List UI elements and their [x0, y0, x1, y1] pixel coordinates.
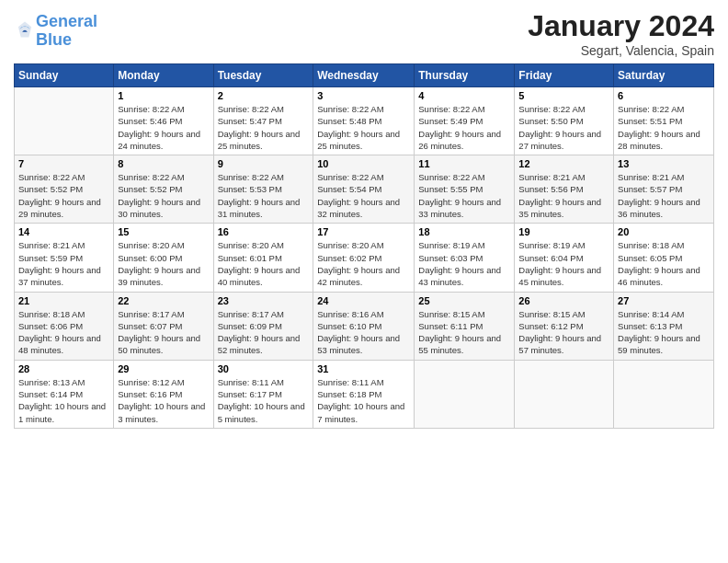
day-detail: Sunrise: 8:20 AMSunset: 6:01 PMDaylight:…	[218, 239, 310, 288]
day-number: 22	[118, 295, 209, 306]
header-day-sunday: Sunday	[15, 64, 114, 87]
calendar-cell	[415, 360, 515, 428]
day-detail: Sunrise: 8:17 AMSunset: 6:07 PMDaylight:…	[118, 308, 209, 357]
day-detail: Sunrise: 8:19 AMSunset: 6:03 PMDaylight:…	[418, 239, 510, 288]
day-number: 28	[18, 363, 109, 374]
calendar-cell: 2Sunrise: 8:22 AMSunset: 5:47 PMDaylight…	[213, 87, 313, 155]
header: GeneralBlue January 2024 Segart, Valenci…	[14, 9, 714, 58]
day-number: 18	[418, 226, 510, 237]
day-number: 24	[317, 295, 410, 306]
calendar-cell	[15, 87, 114, 155]
header-day-saturday: Saturday	[614, 64, 714, 87]
calendar-cell: 13Sunrise: 8:21 AMSunset: 5:57 PMDayligh…	[614, 155, 714, 224]
day-number: 9	[218, 158, 310, 169]
day-number: 12	[518, 158, 609, 169]
day-detail: Sunrise: 8:12 AMSunset: 6:16 PMDaylight:…	[118, 376, 209, 425]
calendar-cell: 4Sunrise: 8:22 AMSunset: 5:49 PMDaylight…	[415, 87, 515, 155]
calendar-week-5: 28Sunrise: 8:13 AMSunset: 6:14 PMDayligh…	[15, 360, 714, 428]
day-detail: Sunrise: 8:21 AMSunset: 5:56 PMDaylight:…	[518, 171, 609, 220]
page-container: GeneralBlue January 2024 Segart, Valenci…	[0, 0, 728, 438]
calendar-week-2: 7Sunrise: 8:22 AMSunset: 5:52 PMDaylight…	[15, 155, 714, 224]
svg-marker-0	[18, 21, 31, 37]
day-number: 7	[18, 158, 109, 169]
calendar-week-4: 21Sunrise: 8:18 AMSunset: 6:06 PMDayligh…	[15, 292, 714, 360]
calendar-cell: 5Sunrise: 8:22 AMSunset: 5:50 PMDaylight…	[515, 87, 614, 155]
day-detail: Sunrise: 8:18 AMSunset: 6:06 PMDaylight:…	[18, 308, 109, 357]
day-number: 17	[317, 226, 410, 237]
calendar-cell: 15Sunrise: 8:20 AMSunset: 6:00 PMDayligh…	[114, 224, 213, 292]
day-number: 16	[218, 226, 310, 237]
calendar-cell: 3Sunrise: 8:22 AMSunset: 5:48 PMDaylight…	[313, 87, 415, 155]
day-detail: Sunrise: 8:15 AMSunset: 6:11 PMDaylight:…	[418, 308, 510, 357]
day-detail: Sunrise: 8:11 AMSunset: 6:17 PMDaylight:…	[218, 376, 310, 425]
day-detail: Sunrise: 8:22 AMSunset: 5:51 PMDaylight:…	[618, 103, 710, 152]
day-number: 31	[317, 363, 410, 374]
day-number: 3	[317, 90, 410, 101]
day-detail: Sunrise: 8:22 AMSunset: 5:55 PMDaylight:…	[418, 171, 510, 220]
header-day-monday: Monday	[114, 64, 213, 87]
calendar-cell: 17Sunrise: 8:20 AMSunset: 6:02 PMDayligh…	[313, 224, 415, 292]
day-number: 21	[18, 295, 109, 306]
day-number: 14	[18, 226, 109, 237]
header-day-thursday: Thursday	[415, 64, 515, 87]
day-number: 6	[618, 90, 710, 101]
day-detail: Sunrise: 8:19 AMSunset: 6:04 PMDaylight:…	[518, 239, 609, 288]
day-detail: Sunrise: 8:22 AMSunset: 5:49 PMDaylight:…	[418, 103, 510, 152]
calendar-cell: 25Sunrise: 8:15 AMSunset: 6:11 PMDayligh…	[415, 292, 515, 360]
day-number: 30	[218, 363, 310, 374]
calendar-cell: 18Sunrise: 8:19 AMSunset: 6:03 PMDayligh…	[415, 224, 515, 292]
logo: GeneralBlue	[14, 13, 97, 50]
day-detail: Sunrise: 8:21 AMSunset: 5:57 PMDaylight:…	[618, 171, 710, 220]
logo-text: GeneralBlue	[36, 13, 97, 50]
calendar-cell: 1Sunrise: 8:22 AMSunset: 5:46 PMDaylight…	[114, 87, 213, 155]
calendar-week-3: 14Sunrise: 8:21 AMSunset: 5:59 PMDayligh…	[15, 224, 714, 292]
day-detail: Sunrise: 8:20 AMSunset: 6:00 PMDaylight:…	[118, 239, 209, 288]
calendar-week-1: 1Sunrise: 8:22 AMSunset: 5:46 PMDaylight…	[15, 87, 714, 155]
day-detail: Sunrise: 8:11 AMSunset: 6:18 PMDaylight:…	[317, 376, 410, 425]
day-detail: Sunrise: 8:22 AMSunset: 5:52 PMDaylight:…	[118, 171, 209, 220]
header-day-tuesday: Tuesday	[213, 64, 313, 87]
day-detail: Sunrise: 8:21 AMSunset: 5:59 PMDaylight:…	[18, 239, 109, 288]
calendar-cell: 20Sunrise: 8:18 AMSunset: 6:05 PMDayligh…	[614, 224, 714, 292]
day-detail: Sunrise: 8:22 AMSunset: 5:47 PMDaylight:…	[218, 103, 310, 152]
calendar-cell: 16Sunrise: 8:20 AMSunset: 6:01 PMDayligh…	[213, 224, 313, 292]
calendar-cell: 7Sunrise: 8:22 AMSunset: 5:52 PMDaylight…	[15, 155, 114, 224]
day-number: 4	[418, 90, 510, 101]
day-detail: Sunrise: 8:22 AMSunset: 5:46 PMDaylight:…	[118, 103, 209, 152]
day-number: 27	[618, 295, 710, 306]
day-number: 5	[518, 90, 609, 101]
calendar-body: 1Sunrise: 8:22 AMSunset: 5:46 PMDaylight…	[15, 87, 714, 429]
day-detail: Sunrise: 8:22 AMSunset: 5:53 PMDaylight:…	[218, 171, 310, 220]
day-detail: Sunrise: 8:16 AMSunset: 6:10 PMDaylight:…	[317, 308, 410, 357]
day-number: 15	[118, 226, 209, 237]
location-subtitle: Segart, Valencia, Spain	[528, 43, 714, 58]
day-detail: Sunrise: 8:20 AMSunset: 6:02 PMDaylight:…	[317, 239, 410, 288]
day-detail: Sunrise: 8:22 AMSunset: 5:54 PMDaylight:…	[317, 171, 410, 220]
calendar-header: SundayMondayTuesdayWednesdayThursdayFrid…	[15, 64, 714, 87]
header-row: SundayMondayTuesdayWednesdayThursdayFrid…	[15, 64, 714, 87]
calendar-cell: 26Sunrise: 8:15 AMSunset: 6:12 PMDayligh…	[515, 292, 614, 360]
calendar-cell: 23Sunrise: 8:17 AMSunset: 6:09 PMDayligh…	[213, 292, 313, 360]
title-block: January 2024 Segart, Valencia, Spain	[528, 9, 714, 58]
month-title: January 2024	[528, 9, 714, 43]
logo-icon	[16, 20, 34, 39]
calendar-cell	[614, 360, 714, 428]
calendar-cell: 9Sunrise: 8:22 AMSunset: 5:53 PMDaylight…	[213, 155, 313, 224]
day-detail: Sunrise: 8:22 AMSunset: 5:50 PMDaylight:…	[518, 103, 609, 152]
day-number: 23	[218, 295, 310, 306]
day-number: 8	[118, 158, 209, 169]
calendar-cell: 29Sunrise: 8:12 AMSunset: 6:16 PMDayligh…	[114, 360, 213, 428]
calendar-cell: 14Sunrise: 8:21 AMSunset: 5:59 PMDayligh…	[15, 224, 114, 292]
day-detail: Sunrise: 8:22 AMSunset: 5:48 PMDaylight:…	[317, 103, 410, 152]
day-detail: Sunrise: 8:15 AMSunset: 6:12 PMDaylight:…	[518, 308, 609, 357]
day-number: 1	[118, 90, 209, 101]
day-detail: Sunrise: 8:17 AMSunset: 6:09 PMDaylight:…	[218, 308, 310, 357]
calendar-cell: 8Sunrise: 8:22 AMSunset: 5:52 PMDaylight…	[114, 155, 213, 224]
day-number: 19	[518, 226, 609, 237]
day-number: 20	[618, 226, 710, 237]
calendar-table: SundayMondayTuesdayWednesdayThursdayFrid…	[14, 63, 714, 429]
header-day-friday: Friday	[515, 64, 614, 87]
calendar-cell: 24Sunrise: 8:16 AMSunset: 6:10 PMDayligh…	[313, 292, 415, 360]
header-day-wednesday: Wednesday	[313, 64, 415, 87]
day-detail: Sunrise: 8:13 AMSunset: 6:14 PMDaylight:…	[18, 376, 109, 425]
